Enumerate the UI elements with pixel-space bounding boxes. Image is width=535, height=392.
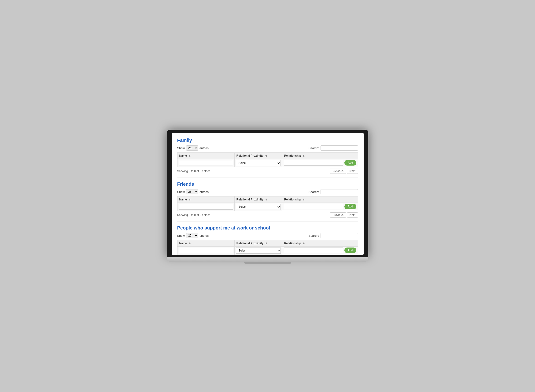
work-school-entries-label: entries: [200, 234, 209, 238]
family-title: Family: [177, 138, 358, 143]
work-school-relationship-cell: Add: [282, 247, 358, 254]
family-search-text: Search:: [309, 146, 319, 150]
family-proximity-cell: Select: [234, 159, 282, 167]
family-col-relationship[interactable]: Relationship ⇅: [282, 153, 358, 159]
family-search-input[interactable]: [321, 145, 358, 151]
friends-next-button[interactable]: Next: [347, 212, 358, 218]
work-school-col-name[interactable]: Name ⇅: [177, 240, 234, 247]
work-school-col-relationship[interactable]: Relationship ⇅: [282, 240, 358, 247]
work-school-add-button[interactable]: Add: [344, 247, 356, 253]
work-school-name-input[interactable]: [179, 248, 233, 253]
family-section: Family Show 25 10 50 100 entries Search:: [177, 138, 358, 174]
friends-pagination-btns: Previous Next: [330, 212, 358, 218]
friends-section: Friends Show 25 10 50 100 entries Search: [177, 177, 358, 218]
work-school-show-text: Show: [177, 234, 185, 238]
family-show-text: Show: [177, 146, 185, 150]
work-school-proximity-sort-icon: ⇅: [265, 242, 267, 245]
friends-pagination: Showing 0 to 0 of 0 entries Previous Nex…: [177, 212, 358, 218]
friends-input-row: Select Add: [177, 203, 358, 211]
family-showing-text: Showing 0 to 0 of 0 entries: [177, 169, 210, 173]
family-name-cell: [177, 159, 234, 167]
family-proximity-sort-icon: ⇅: [265, 154, 267, 157]
work-school-name-sort-icon: ⇅: [189, 242, 191, 245]
family-name-sort-icon: ⇅: [189, 154, 191, 157]
family-name-input[interactable]: [179, 160, 233, 166]
family-col-name[interactable]: Name ⇅: [177, 153, 234, 159]
friends-title: Friends: [177, 182, 358, 187]
family-entries-label: entries: [200, 146, 209, 150]
work-school-col-proximity[interactable]: Relational Proximity ⇅: [234, 240, 282, 247]
friends-name-input[interactable]: [179, 204, 233, 210]
laptop-base: [167, 257, 368, 262]
friends-name-cell: [177, 203, 234, 211]
laptop-screen: Family Show 25 10 50 100 entries Search:: [167, 130, 368, 257]
work-school-relationship-input[interactable]: [284, 247, 343, 253]
friends-proximity-select[interactable]: Select: [236, 204, 281, 210]
friends-relationship-cell: Add: [282, 203, 358, 210]
family-show-label: Show 25 10 50 100 entries: [177, 145, 209, 151]
family-pagination-btns: Previous Next: [330, 169, 358, 174]
friends-search-text: Search:: [309, 190, 319, 194]
work-school-show-label: Show 25 10 50 100 entries: [177, 233, 209, 238]
family-pagination: Showing 0 to 0 of 0 entries Previous Nex…: [177, 169, 358, 174]
work-school-section: People who support me at work or school …: [177, 221, 358, 255]
work-school-input-row: Select Add: [177, 247, 358, 255]
work-school-show-select[interactable]: 25 10 50 100: [186, 233, 198, 238]
family-col-proximity[interactable]: Relational Proximity ⇅: [234, 153, 282, 159]
friends-proximity-sort-icon: ⇅: [265, 198, 267, 201]
family-previous-button[interactable]: Previous: [330, 169, 346, 174]
family-controls: Show 25 10 50 100 entries Search:: [177, 145, 358, 151]
friends-search-input[interactable]: [321, 189, 358, 194]
work-school-controls: Show 25 10 50 100 entries Search:: [177, 233, 358, 238]
work-school-proximity-select[interactable]: Select: [236, 247, 281, 254]
screen-content: Family Show 25 10 50 100 entries Search:: [172, 133, 364, 255]
work-school-search-label: Search:: [309, 233, 358, 238]
friends-search-label: Search:: [309, 189, 358, 194]
friends-col-proximity[interactable]: Relational Proximity ⇅: [234, 196, 282, 203]
work-school-search-text: Search:: [309, 234, 319, 238]
work-school-name-cell: [177, 247, 234, 255]
family-relationship-input[interactable]: [284, 160, 343, 166]
friends-show-label: Show 25 10 50 100 entries: [177, 189, 209, 194]
friends-col-name[interactable]: Name ⇅: [177, 196, 234, 203]
friends-relationship-sort-icon: ⇅: [303, 198, 305, 201]
work-school-proximity-cell: Select: [234, 247, 282, 255]
friends-show-select[interactable]: 25 10 50 100: [186, 189, 198, 194]
friends-previous-button[interactable]: Previous: [330, 212, 346, 218]
work-school-relationship-sort-icon: ⇅: [303, 242, 305, 245]
family-proximity-select[interactable]: Select: [236, 160, 281, 166]
work-school-title: People who support me at work or school: [177, 225, 358, 231]
work-school-search-input[interactable]: [321, 233, 358, 238]
family-relationship-cell: Add: [282, 159, 358, 167]
family-table: Name ⇅ Relational Proximity ⇅ Relationsh…: [177, 152, 358, 167]
friends-show-text: Show: [177, 190, 185, 194]
family-search-label: Search:: [309, 145, 358, 151]
friends-proximity-cell: Select: [234, 203, 282, 211]
friends-col-relationship[interactable]: Relationship ⇅: [282, 196, 358, 203]
friends-relationship-input[interactable]: [284, 204, 343, 209]
family-relationship-sort-icon: ⇅: [303, 154, 305, 157]
family-input-row: Select Add: [177, 159, 358, 167]
friends-showing-text: Showing 0 to 0 of 0 entries: [177, 213, 210, 217]
friends-entries-label: entries: [200, 190, 209, 194]
friends-table: Name ⇅ Relational Proximity ⇅ Relationsh…: [177, 196, 358, 211]
work-school-table: Name ⇅ Relational Proximity ⇅ Relationsh…: [177, 240, 358, 255]
friends-name-sort-icon: ⇅: [189, 198, 191, 201]
friends-controls: Show 25 10 50 100 entries Search:: [177, 189, 358, 194]
laptop-wrapper: Family Show 25 10 50 100 entries Search:: [167, 130, 368, 262]
family-show-select[interactable]: 25 10 50 100: [186, 145, 198, 151]
family-add-button[interactable]: Add: [344, 160, 356, 166]
friends-add-button[interactable]: Add: [344, 204, 356, 209]
family-next-button[interactable]: Next: [347, 169, 358, 174]
